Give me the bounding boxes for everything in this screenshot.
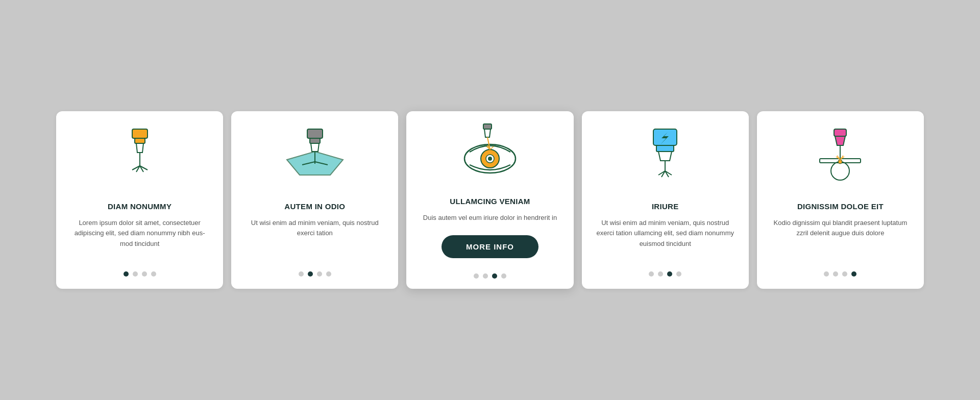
dot <box>676 271 681 277</box>
card-3-text: Duis autem vel eum iriure dolor in hendr… <box>423 213 557 223</box>
svg-marker-2 <box>136 143 143 153</box>
card-2-icon <box>284 127 346 188</box>
card-3-title: ULLAMCING VENIAM <box>450 197 530 206</box>
card-2-title: AUTEM IN ODIO <box>284 202 345 211</box>
dot-active <box>492 273 497 279</box>
dot-active <box>308 271 313 277</box>
card-3-icon <box>459 121 521 183</box>
svg-rect-34 <box>834 129 846 136</box>
card-1-text: Lorem ipsum dolor sit amet, consectetuer… <box>68 218 211 255</box>
card-5-title: DIGNISSIM DOLOE EIT <box>797 202 884 211</box>
dot <box>483 273 488 279</box>
svg-rect-0 <box>132 129 148 138</box>
svg-point-38 <box>831 162 849 180</box>
dot <box>151 271 156 277</box>
dot <box>474 273 479 279</box>
card-4-dots <box>649 266 681 277</box>
card-2: AUTEM IN ODIO Ut wisi enim ad minim veni… <box>231 111 398 289</box>
svg-rect-8 <box>307 129 323 138</box>
svg-marker-10 <box>311 143 319 152</box>
card-4-icon <box>634 127 696 188</box>
card-1: DIAM NONUMMY Lorem ipsum dolor sit amet,… <box>56 111 223 289</box>
dot <box>649 271 654 277</box>
dot <box>299 271 304 277</box>
dot <box>842 271 847 277</box>
dot <box>501 273 506 279</box>
dot <box>833 271 838 277</box>
svg-rect-27 <box>656 145 674 152</box>
dot <box>824 271 829 277</box>
card-2-text: Ut wisi enim ad minim veniam, quis nostr… <box>243 218 386 255</box>
card-3: ULLAMCING VENIAM Duis autem vel eum iriu… <box>406 111 573 289</box>
card-5: DIGNISSIM DOLOE EIT Kodio dignissim qui … <box>757 111 924 289</box>
cards-container: DIAM NONUMMY Lorem ipsum dolor sit amet,… <box>56 111 924 289</box>
card-5-text: Kodio dignissim qui blandit praesent lup… <box>769 218 912 255</box>
dot <box>142 271 147 277</box>
svg-point-18 <box>488 157 492 161</box>
svg-rect-19 <box>483 124 492 129</box>
card-4: IRIURE Ut wisi enim ad minim veniam, qui… <box>582 111 749 289</box>
svg-marker-20 <box>484 129 491 137</box>
card-4-text: Ut wisi enim ad minim veniam, quis nostr… <box>594 218 737 255</box>
card-2-dots <box>299 266 331 277</box>
dot-active <box>851 271 856 277</box>
svg-line-23 <box>490 146 494 149</box>
card-1-icon <box>109 127 170 188</box>
dot <box>326 271 331 277</box>
dot-active <box>667 271 672 277</box>
svg-rect-9 <box>310 138 320 143</box>
dot <box>133 271 138 277</box>
svg-marker-35 <box>835 136 845 145</box>
more-info-button[interactable]: MORE INFO <box>442 235 538 258</box>
card-1-title: DIAM NONUMMY <box>108 202 172 211</box>
dot <box>658 271 663 277</box>
card-1-dots <box>124 266 156 277</box>
svg-rect-1 <box>135 138 145 143</box>
svg-marker-28 <box>658 152 672 161</box>
card-5-dots <box>824 266 856 277</box>
card-3-dots <box>474 268 506 279</box>
card-4-title: IRIURE <box>652 202 679 211</box>
card-5-icon <box>810 127 871 188</box>
dot-active <box>124 271 129 277</box>
svg-point-39 <box>838 160 842 164</box>
dot <box>317 271 322 277</box>
